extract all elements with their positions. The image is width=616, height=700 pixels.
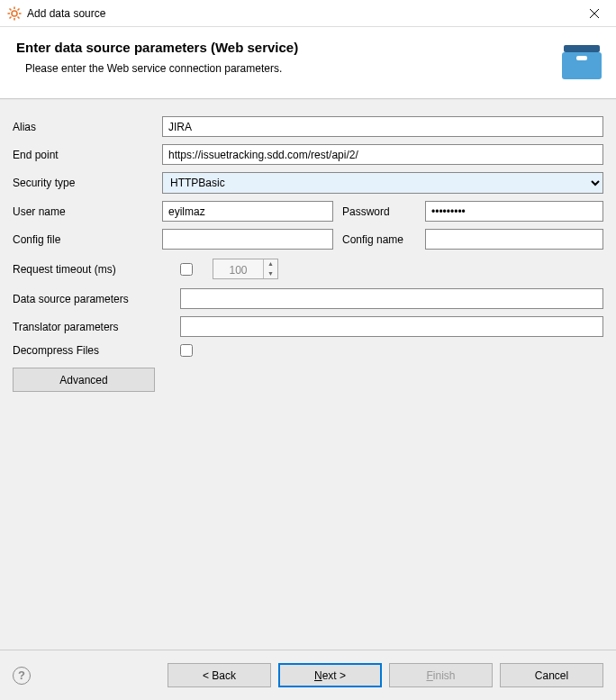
advanced-button[interactable]: Advanced — [13, 368, 155, 392]
svg-rect-13 — [576, 56, 587, 60]
endpoint-label: End point — [13, 149, 157, 161]
config-file-input[interactable] — [162, 229, 333, 250]
decompress-checkbox[interactable] — [180, 344, 193, 357]
endpoint-input[interactable] — [162, 144, 603, 165]
config-name-input[interactable] — [425, 229, 603, 250]
form-area: Alias End point Security type HTTPBasic … — [0, 99, 616, 676]
page-title: Enter data source parameters (Web servic… — [16, 40, 600, 55]
alias-input[interactable] — [162, 116, 603, 137]
wizard-footer: ? < Back Next > Finish Cancel — [0, 650, 616, 700]
svg-rect-11 — [564, 45, 600, 52]
password-input[interactable] — [425, 201, 603, 222]
wizard-header: Enter data source parameters (Web servic… — [0, 27, 616, 99]
username-label: User name — [13, 205, 157, 218]
finish-button: Finish — [389, 663, 493, 687]
username-input[interactable] — [162, 201, 333, 222]
cancel-button[interactable]: Cancel — [500, 663, 603, 687]
svg-point-0 — [12, 11, 17, 16]
ds-params-input[interactable] — [180, 288, 603, 309]
timeout-label: Request timeout (ms) — [13, 263, 175, 276]
close-icon[interactable] — [580, 0, 609, 27]
spinner-down-icon[interactable]: ▼ — [264, 269, 277, 279]
svg-line-7 — [18, 8, 20, 10]
security-type-label: Security type — [13, 177, 157, 189]
archive-box-icon — [560, 43, 603, 86]
spinner-up-icon[interactable]: ▲ — [264, 259, 277, 269]
help-icon[interactable]: ? — [13, 667, 31, 685]
timeout-value — [213, 259, 263, 280]
translator-params-label: Translator parameters — [13, 321, 175, 333]
config-name-label: Config name — [339, 233, 420, 246]
svg-line-8 — [10, 16, 12, 18]
titlebar: Add data source — [0, 0, 616, 27]
gear-icon — [7, 6, 22, 21]
svg-line-5 — [10, 8, 12, 10]
timeout-spinner[interactable]: ▲ ▼ — [213, 259, 278, 279]
page-subtitle: Please enter the Web service connection … — [25, 62, 600, 75]
back-button[interactable]: < Back — [168, 663, 271, 687]
decompress-label: Decompress Files — [13, 344, 175, 357]
ds-params-label: Data source parameters — [13, 293, 175, 305]
window-title: Add data source — [27, 7, 580, 20]
config-file-label: Config file — [13, 233, 157, 246]
alias-label: Alias — [13, 121, 157, 133]
timeout-checkbox[interactable] — [180, 263, 193, 276]
translator-params-input[interactable] — [180, 316, 603, 337]
svg-line-6 — [18, 16, 20, 18]
next-button[interactable]: Next > — [278, 663, 382, 687]
password-label: Password — [339, 205, 420, 218]
security-type-select[interactable]: HTTPBasic — [162, 172, 603, 194]
